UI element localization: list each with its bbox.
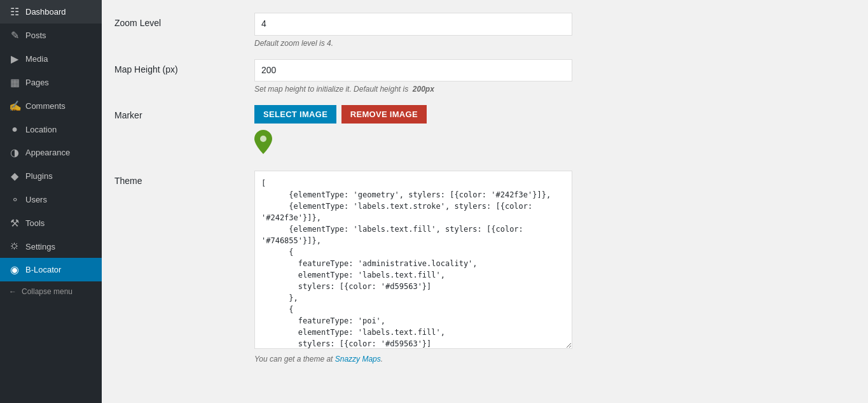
zoom-level-control: Default zoom level is 4. xyxy=(254,13,849,48)
sidebar-item-appearance[interactable]: ◑ Appearance xyxy=(0,141,102,164)
map-height-input[interactable] xyxy=(254,59,572,82)
marker-preview xyxy=(254,130,849,159)
zoom-level-input[interactable] xyxy=(254,13,572,36)
theme-textarea[interactable]: [ {elementType: 'geometry', stylers: [{c… xyxy=(254,171,572,349)
marker-label: Marker xyxy=(114,105,254,120)
marker-row: Marker SELECT IMAGE REMOVE IMAGE xyxy=(114,105,849,159)
map-height-label: Map Height (px) xyxy=(114,59,254,74)
sidebar-item-tools[interactable]: ⚒ Tools xyxy=(0,211,102,235)
pages-icon: ▦ xyxy=(9,76,20,88)
tools-icon: ⚒ xyxy=(9,217,20,229)
sidebar-item-location[interactable]: ● Location xyxy=(0,118,102,141)
users-icon: ⚬ xyxy=(9,194,20,206)
sidebar-item-media[interactable]: ▶ Media xyxy=(0,47,102,71)
remove-image-button[interactable]: REMOVE IMAGE xyxy=(341,105,427,124)
marker-buttons: SELECT IMAGE REMOVE IMAGE xyxy=(254,105,849,124)
sidebar-item-plugins[interactable]: ◆ Plugins xyxy=(0,164,102,188)
settings-icon: ⛭ xyxy=(9,241,20,252)
comments-icon: ✍ xyxy=(9,100,20,112)
collapse-icon: ← xyxy=(9,287,17,296)
collapse-menu[interactable]: ← Collapse menu xyxy=(0,281,102,302)
main-content: Zoom Level Default zoom level is 4. Map … xyxy=(102,0,868,403)
zoom-level-label: Zoom Level xyxy=(114,13,254,28)
sidebar-item-users[interactable]: ⚬ Users xyxy=(0,188,102,211)
sidebar-item-posts[interactable]: ✎ Posts xyxy=(0,24,102,47)
map-height-hint: Set map height to initialize it. Default… xyxy=(254,85,849,94)
snazzy-maps-link[interactable]: Snazzy Maps xyxy=(335,355,381,364)
marker-control: SELECT IMAGE REMOVE IMAGE xyxy=(254,105,849,159)
sidebar-item-pages[interactable]: ▦ Pages xyxy=(0,71,102,94)
theme-hint: You can get a theme at Snazzy Maps. xyxy=(254,355,849,364)
media-icon: ▶ xyxy=(9,53,20,65)
posts-icon: ✎ xyxy=(9,29,20,41)
location-icon: ● xyxy=(9,124,20,135)
svg-point-0 xyxy=(260,136,266,142)
sidebar-item-blocator[interactable]: ◉ B-Locator xyxy=(0,258,102,281)
appearance-icon: ◑ xyxy=(9,146,20,159)
sidebar-item-dashboard[interactable]: ☷ Dashboard xyxy=(0,0,102,24)
theme-label: Theme xyxy=(114,171,254,186)
zoom-level-hint: Default zoom level is 4. xyxy=(254,39,849,48)
sidebar-item-comments[interactable]: ✍ Comments xyxy=(0,94,102,118)
theme-row: Theme [ {elementType: 'geometry', styler… xyxy=(114,171,849,364)
dashboard-icon: ☷ xyxy=(9,6,20,18)
sidebar-item-settings[interactable]: ⛭ Settings xyxy=(0,235,102,258)
map-height-control: Set map height to initialize it. Default… xyxy=(254,59,849,94)
theme-control: [ {elementType: 'geometry', stylers: [{c… xyxy=(254,171,849,364)
zoom-level-row: Zoom Level Default zoom level is 4. xyxy=(114,13,849,48)
plugins-icon: ◆ xyxy=(9,170,20,182)
select-image-button[interactable]: SELECT IMAGE xyxy=(254,105,336,124)
blocator-icon: ◉ xyxy=(9,264,20,276)
map-height-row: Map Height (px) Set map height to initia… xyxy=(114,59,849,94)
sidebar: ☷ Dashboard ✎ Posts ▶ Media ▦ Pages ✍ Co… xyxy=(0,0,102,403)
